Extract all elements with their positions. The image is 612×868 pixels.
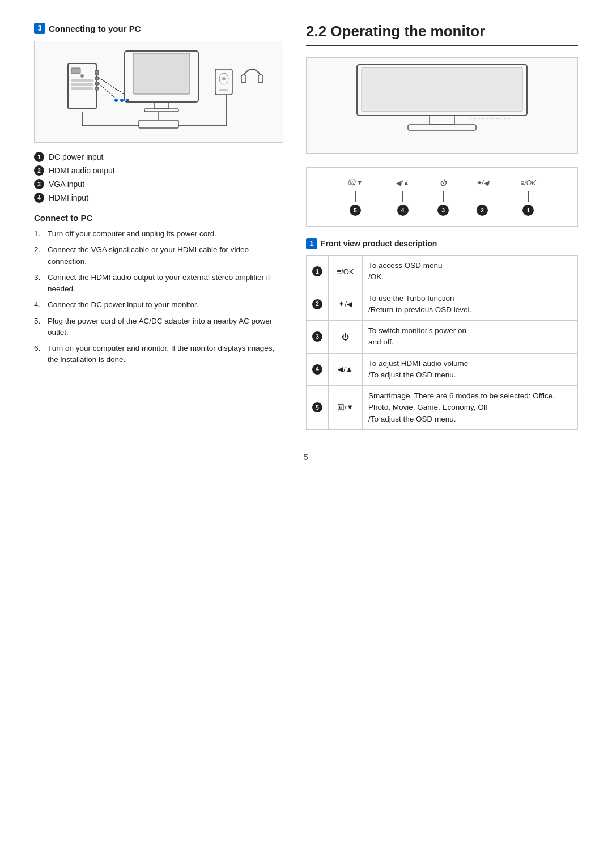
svg-rect-24 xyxy=(258,75,263,83)
svg-line-17 xyxy=(99,78,125,95)
btn-circle-4: 4 xyxy=(397,205,409,216)
front-view-title-text: Front view product description xyxy=(321,239,437,248)
page-layout: 3 Connecting to your PC xyxy=(34,23,578,430)
monitor-diagram xyxy=(306,57,578,154)
connecting-badge: 3 xyxy=(34,23,45,34)
svg-rect-22 xyxy=(219,89,228,91)
desc-row-2: 2 ✦/◀ To use the Turbo function/Return t… xyxy=(307,288,578,321)
desc-row-3: 3 ⏻ To switch monitor's power onand off. xyxy=(307,321,578,354)
step-1: 1. Turn off your computer and unplug its… xyxy=(34,228,283,240)
svg-rect-8 xyxy=(71,83,93,86)
step-6: 6. Turn on your computer and monitor. If… xyxy=(34,343,283,366)
connect-pc-title: Connect to PC xyxy=(34,213,283,223)
svg-rect-13 xyxy=(95,87,99,90)
step-5: 5. Plug the power cord of the AC/DC adap… xyxy=(34,316,283,339)
svg-rect-1 xyxy=(133,53,190,94)
svg-point-21 xyxy=(222,77,226,80)
section-22-title: 2.2 Operating the monitor xyxy=(306,23,578,46)
desc-icon-4: ◀/▲ xyxy=(329,353,363,386)
desc-row-5: 5 回/▼ SmartImage. There are 6 modes to b… xyxy=(307,386,578,430)
connecting-section-title: 3 Connecting to your PC xyxy=(34,23,283,34)
desc-icon-3: ⏻ xyxy=(329,321,363,354)
left-column: 3 Connecting to your PC xyxy=(34,23,283,430)
desc-icon-2: ✦/◀ xyxy=(329,288,363,321)
desc-text-2: To use the Turbo function/Return to prev… xyxy=(363,288,578,321)
desc-num-3: 3 xyxy=(307,321,329,354)
svg-rect-11 xyxy=(95,77,99,80)
steps-list: 1. Turn off your computer and unplug its… xyxy=(34,228,283,366)
svg-rect-12 xyxy=(95,82,99,85)
desc-icon-5: 回/▼ xyxy=(329,386,363,430)
btn-circle-3: 3 xyxy=(437,205,449,216)
svg-rect-7 xyxy=(71,79,93,82)
btn-circle-1: 1 xyxy=(522,205,534,216)
page-number: 5 xyxy=(34,453,578,462)
port-item-3: 3 VGA input xyxy=(34,179,283,189)
desc-num-4: 4 xyxy=(307,353,329,386)
button-diagram: 回/▼ ◀/▲ ⏻ ✦/◀ ≡/OK xyxy=(306,167,578,227)
svg-point-6 xyxy=(80,74,84,78)
btn-circle-5: 5 xyxy=(350,205,361,216)
front-view-label: 1 Front view product description xyxy=(306,238,578,249)
port-list: 1 DC power input 2 HDMI audio output 3 V… xyxy=(34,152,283,203)
svg-point-15 xyxy=(120,99,124,102)
step-2: 2. Connect the VGA signal cable or your … xyxy=(34,244,283,267)
desc-num-1: 1 xyxy=(307,256,329,288)
desc-num-2: 2 xyxy=(307,288,329,321)
pc-diagram xyxy=(34,41,283,143)
svg-rect-3 xyxy=(144,109,178,112)
connecting-title-text: Connecting to your PC xyxy=(49,24,141,33)
btn-circle-2: 2 xyxy=(477,205,488,216)
svg-rect-32 xyxy=(362,67,522,112)
pc-svg xyxy=(35,46,283,137)
desc-text-4: To adjust HDMI audio volume/To adjust th… xyxy=(363,353,578,386)
svg-rect-5 xyxy=(71,68,80,74)
svg-rect-2 xyxy=(154,102,169,109)
svg-rect-9 xyxy=(71,87,93,90)
right-column: 2.2 Operating the monitor xyxy=(306,23,578,430)
description-table: 1 ≡/OK To access OSD menu/OK. 2 ✦/◀ To u… xyxy=(306,255,578,430)
desc-text-3: To switch monitor's power onand off. xyxy=(363,321,578,354)
desc-num-5: 5 xyxy=(307,386,329,430)
port-item-4: 4 HDMI input xyxy=(34,193,283,203)
desc-row-4: 4 ◀/▲ To adjust HDMI audio volume/To adj… xyxy=(307,353,578,386)
desc-icon-1: ≡/OK xyxy=(329,256,363,288)
step-4: 4. Connect the DC power input to your mo… xyxy=(34,299,283,310)
svg-rect-33 xyxy=(430,116,454,125)
desc-text-1: To access OSD menu/OK. xyxy=(363,256,578,288)
svg-rect-23 xyxy=(241,75,246,83)
front-view-badge: 1 xyxy=(306,238,317,249)
svg-rect-34 xyxy=(408,125,476,130)
port-item-2: 2 HDMI audio output xyxy=(34,165,283,176)
svg-rect-10 xyxy=(95,70,99,75)
step-3: 3. Connect the HDMI audio output to your… xyxy=(34,272,283,295)
port-item-1: 1 DC power input xyxy=(34,152,283,162)
desc-row-1: 1 ≡/OK To access OSD menu/OK. xyxy=(307,256,578,288)
svg-point-16 xyxy=(126,99,129,102)
svg-line-18 xyxy=(99,83,116,99)
desc-text-5: SmartImage. There are 6 modes to be sele… xyxy=(363,386,578,430)
svg-rect-25 xyxy=(139,120,178,128)
